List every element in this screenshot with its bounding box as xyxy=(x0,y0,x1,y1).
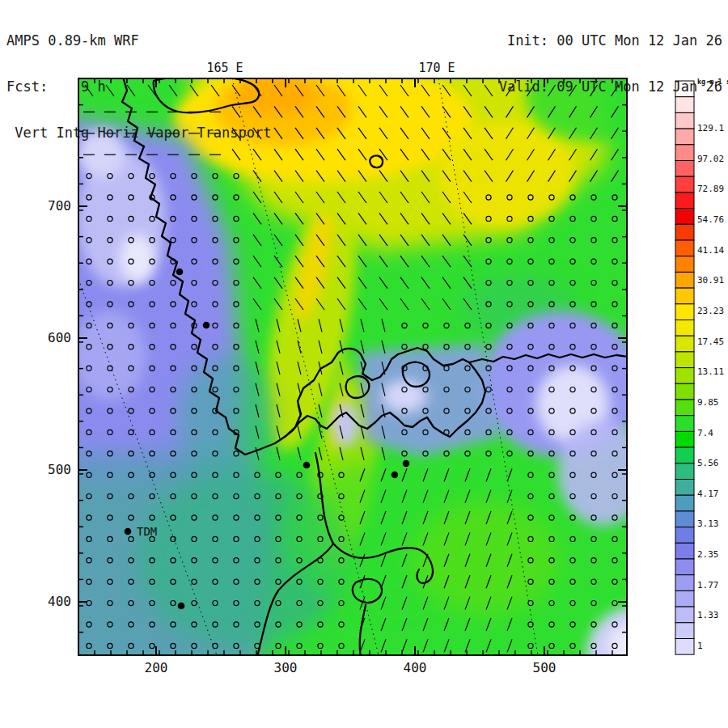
colorbar-value-label: 97.02 xyxy=(697,154,724,164)
colorbar-cell xyxy=(675,240,694,256)
colorbar-cell xyxy=(675,511,694,527)
x-axis-tick-label: 200 xyxy=(145,660,168,675)
colorbar-value-label: 17.45 xyxy=(697,336,724,347)
colorbar-cell xyxy=(675,623,694,639)
colorbar: 129.197.0272.8954.7641.1430.9123.2317.45… xyxy=(675,81,724,654)
colorbar-cell xyxy=(675,543,694,559)
colorbar-cell xyxy=(675,320,694,336)
colorbar-value-label: 4.17 xyxy=(697,489,719,499)
colorbar-cell xyxy=(675,256,694,273)
colorbar-value-label: 54.76 xyxy=(697,214,724,225)
colorbar-cell xyxy=(675,447,694,463)
station-dot xyxy=(125,528,132,535)
x-axis-tick-label: 300 xyxy=(274,660,298,675)
colorbar-cell xyxy=(675,368,694,384)
header-left: AMPS 0.89-km WRF Fcst: 9 h Vert Intg Hor… xyxy=(6,2,272,171)
colorbar-value-label: 7.4 xyxy=(697,428,713,438)
colorbar-value-label: 1.33 xyxy=(697,610,719,620)
colorbar-cell xyxy=(675,480,694,496)
colorbar-value-label: 23.23 xyxy=(697,306,724,316)
colorbar-value-label: 3.13 xyxy=(697,518,719,529)
colorbar-cell xyxy=(675,463,694,480)
colorbar-cell xyxy=(675,383,694,400)
init-time: Init: 00 UTC Mon 12 Jan 26 xyxy=(499,33,722,49)
valid-time: Valid: 09 UTC Mon 12 Jan 26 xyxy=(499,79,722,95)
x-axis-tick-label: 400 xyxy=(404,660,427,675)
colorbar-value-label: 1.77 xyxy=(697,580,719,590)
amps-forecast-page: AMPS 0.89-km WRF Fcst: 9 h Vert Intg Hor… xyxy=(0,0,728,728)
header-right: Init: 00 UTC Mon 12 Jan 26 Valid: 09 UTC… xyxy=(499,2,722,125)
colorbar-cell xyxy=(675,352,694,368)
product-title: Vert Intg Horiz Vapor Transport xyxy=(6,125,272,141)
colorbar-cell xyxy=(675,400,694,416)
colorbar-cell xyxy=(675,176,694,193)
colorbar-cell xyxy=(675,575,694,591)
colorbar-cell xyxy=(675,304,694,320)
y-axis-tick-label: 700 xyxy=(48,198,71,214)
colorbar-cell xyxy=(675,224,694,240)
colorbar-cell xyxy=(675,272,694,288)
x-axis-tick-label: 500 xyxy=(533,660,557,675)
colorbar-cell xyxy=(675,193,694,209)
station-dot xyxy=(178,603,185,610)
meridian-label: 170 E xyxy=(418,61,455,75)
colorbar-cell xyxy=(675,495,694,511)
station-dot xyxy=(403,460,410,468)
colorbar-value-label: 9.85 xyxy=(697,397,719,408)
model-title: AMPS 0.89-km WRF xyxy=(6,33,272,49)
colorbar-value-label: 72.89 xyxy=(697,184,724,194)
y-axis-tick-label: 600 xyxy=(48,330,71,345)
colorbar-value-label: 2.35 xyxy=(697,549,719,560)
y-axis-tick-label: 500 xyxy=(48,462,71,477)
colorbar-value-label: 13.11 xyxy=(697,366,724,377)
station-dot xyxy=(392,472,399,479)
forecast-hour: Fcst: 9 h xyxy=(6,79,272,95)
colorbar-cell xyxy=(675,161,694,177)
station-dot xyxy=(303,462,311,469)
colorbar-cell xyxy=(675,639,694,655)
colorbar-cell xyxy=(675,209,694,225)
colorbar-cell xyxy=(675,336,694,352)
colorbar-value-label: 41.14 xyxy=(697,245,724,256)
colorbar-cell xyxy=(675,590,694,607)
colorbar-cell xyxy=(675,416,694,432)
colorbar-value-label: 1 xyxy=(697,641,703,651)
colorbar-value-label: 30.91 xyxy=(697,275,724,286)
colorbar-cell xyxy=(675,288,694,304)
colorbar-cell xyxy=(675,607,694,623)
station-dot xyxy=(203,322,210,329)
station-label: TDM xyxy=(137,525,157,538)
colorbar-cell xyxy=(675,559,694,575)
colorbar-cell xyxy=(675,527,694,544)
y-axis-tick-label: 400 xyxy=(48,594,71,609)
colorbar-value-label: 5.56 xyxy=(697,458,719,468)
station-dot xyxy=(176,269,184,276)
colorbar-cell xyxy=(675,145,694,161)
colorbar-cell xyxy=(675,431,694,447)
colorbar-cell xyxy=(675,129,694,145)
